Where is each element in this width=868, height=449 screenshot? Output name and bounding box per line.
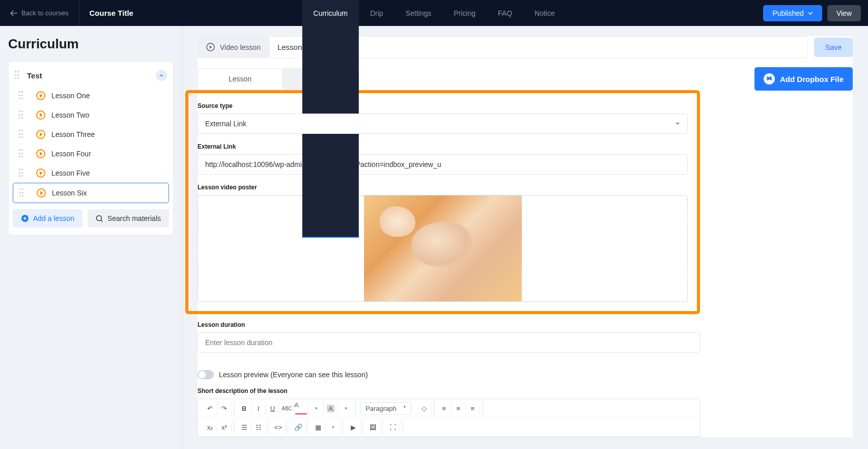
lesson-label: Lesson Three — [51, 130, 95, 138]
subscript-icon[interactable]: x₂ — [203, 420, 217, 434]
undo-icon[interactable]: ↶ — [203, 401, 217, 415]
background-color-dropdown[interactable]: ▼ — [339, 401, 353, 415]
background-color-icon[interactable]: A — [324, 401, 338, 415]
subtab-lesson[interactable]: Lesson — [198, 69, 282, 89]
preview-toggle[interactable] — [198, 370, 214, 379]
lesson-item[interactable]: Lesson Five — [13, 163, 169, 183]
drag-handle-icon[interactable] — [19, 91, 25, 100]
published-label: Published — [772, 9, 804, 17]
save-button[interactable]: Save — [814, 38, 853, 57]
unordered-list-icon[interactable]: ☰ — [237, 420, 251, 434]
dropbox-icon — [764, 73, 775, 85]
clear-format-icon[interactable]: ◇ — [417, 401, 432, 415]
sidebar-actions: Add a lesson Search materials — [9, 209, 173, 228]
poster-upload-area[interactable] — [198, 195, 688, 302]
fullscreen-icon[interactable]: ⛶ — [386, 420, 400, 434]
published-dropdown[interactable]: Published — [763, 5, 822, 21]
superscript-icon[interactable]: x² — [217, 420, 232, 434]
chevron-down-icon — [675, 122, 680, 125]
drag-handle-icon[interactable] — [19, 110, 25, 120]
search-materials-label: Search materials — [107, 214, 161, 222]
lesson-label: Lesson Two — [51, 111, 89, 119]
source-type-value: External Link — [205, 120, 246, 128]
play-icon — [36, 91, 45, 100]
drag-handle-icon[interactable] — [19, 188, 25, 198]
add-lesson-label: Add a lesson — [33, 214, 74, 222]
short-desc-label: Short description of the lesson — [198, 387, 700, 395]
svg-point-1 — [96, 215, 101, 220]
preview-toggle-label: Lesson preview (Everyone can see this le… — [219, 371, 368, 379]
lesson-label: Lesson One — [51, 92, 90, 100]
lesson-item[interactable]: Lesson One — [13, 86, 169, 105]
paragraph-format-select[interactable]: Paragraph ▼ — [360, 402, 411, 415]
lesson-item[interactable]: Lesson Two — [13, 105, 169, 125]
align-center-icon[interactable]: ≡ — [452, 401, 466, 415]
image-icon[interactable]: 🖼 — [366, 420, 380, 434]
chevron-up-icon — [159, 74, 163, 77]
table-dropdown[interactable]: ▼ — [326, 420, 341, 434]
play-icon — [37, 188, 46, 198]
search-materials-button[interactable]: Search materials — [88, 209, 169, 228]
add-lesson-button[interactable]: Add a lesson — [13, 209, 82, 228]
underline-icon[interactable]: U — [266, 401, 280, 415]
bold-icon[interactable]: B — [237, 401, 251, 415]
highlighted-form-region: Source type External Link External Link … — [185, 90, 700, 314]
play-icon — [36, 169, 45, 178]
chevron-down-icon — [808, 12, 813, 15]
module-card: Test Lesson One Lesson Two Lesson Three — [8, 61, 174, 235]
below-highlight: Lesson duration Lesson preview (Everyone… — [198, 314, 700, 437]
page-title: Curriculum — [8, 36, 174, 52]
align-left-icon[interactable]: ≡ — [437, 401, 452, 415]
back-to-courses-link[interactable]: Back to courses — [0, 0, 79, 26]
add-dropbox-file-button[interactable]: Add Dropbox File — [754, 67, 853, 91]
play-icon — [36, 130, 45, 139]
rich-text-toolbar: ↶ ↷ B I U ABC A ▼ A ▼ — [198, 399, 700, 437]
module-title: Test — [27, 71, 156, 80]
align-right-icon[interactable]: ≡ — [466, 401, 480, 415]
lesson-item[interactable]: Lesson Six — [13, 183, 169, 203]
header-actions: Published View — [756, 5, 868, 21]
paragraph-label: Paragraph — [366, 405, 397, 412]
dropbox-label: Add Dropbox File — [780, 75, 844, 83]
back-label: Back to courses — [21, 9, 69, 17]
duration-input[interactable] — [198, 332, 700, 353]
course-title: Course Title — [79, 9, 144, 17]
ordered-list-icon[interactable]: ☷ — [251, 420, 266, 434]
lesson-label: Lesson Five — [51, 169, 90, 177]
drag-handle-icon[interactable] — [15, 71, 21, 80]
play-circle-icon — [206, 43, 215, 51]
table-icon[interactable]: ▦ — [311, 420, 325, 434]
redo-icon[interactable]: ↷ — [217, 401, 232, 415]
view-button[interactable]: View — [827, 5, 861, 21]
arrow-left-icon — [10, 10, 17, 16]
italic-icon[interactable]: I — [251, 401, 266, 415]
module-header[interactable]: Test — [9, 67, 173, 86]
text-color-dropdown[interactable]: ▼ — [310, 401, 324, 415]
play-icon — [36, 149, 45, 158]
source-type-select[interactable]: External Link — [198, 114, 688, 134]
top-bar: Back to courses Course Title Curriculum … — [0, 0, 868, 26]
link-icon[interactable]: 🔗 — [291, 420, 305, 434]
search-icon — [96, 215, 103, 222]
video-icon[interactable]: ▶ — [346, 420, 360, 434]
code-icon[interactable]: <> — [271, 420, 286, 434]
plus-circle-icon — [21, 214, 29, 222]
poster-image — [364, 195, 522, 301]
preview-toggle-row: Lesson preview (Everyone can see this le… — [198, 370, 700, 379]
lesson-label: Lesson Six — [52, 189, 87, 197]
duration-label: Lesson duration — [198, 321, 700, 328]
sidebar: Curriculum Test Lesson One Lesson Two — [0, 26, 182, 449]
text-color-icon[interactable]: A — [294, 401, 309, 415]
lesson-type-badge: Video lesson — [198, 36, 269, 58]
strikethrough-icon[interactable]: ABC — [280, 401, 294, 415]
lesson-label: Lesson Four — [51, 150, 91, 158]
drag-handle-icon[interactable] — [19, 149, 25, 158]
lesson-item[interactable]: Lesson Three — [13, 125, 169, 144]
drag-handle-icon[interactable] — [19, 169, 25, 178]
play-icon — [36, 110, 45, 120]
drag-handle-icon[interactable] — [19, 130, 25, 139]
collapse-button[interactable] — [156, 70, 167, 81]
lesson-item[interactable]: Lesson Four — [13, 144, 169, 163]
lesson-type-label: Video lesson — [220, 43, 261, 51]
